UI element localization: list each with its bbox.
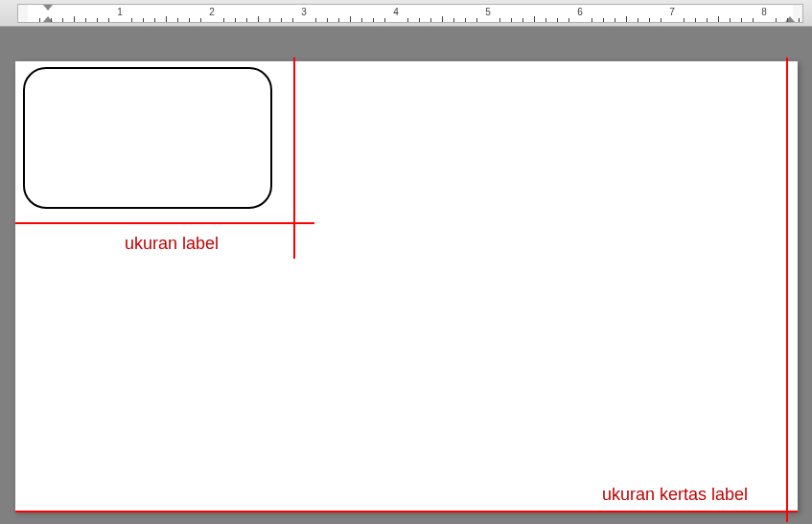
ruler-tick — [361, 18, 362, 22]
ruler-tick — [373, 18, 374, 22]
ruler-tick — [85, 18, 86, 22]
ruler-tick — [235, 18, 236, 22]
ruler-tick — [166, 16, 167, 22]
annotation-line-horizontal-paper — [15, 511, 798, 513]
ruler-tick — [269, 18, 270, 22]
ruler-number: 2 — [209, 7, 215, 17]
ruler-tick — [707, 18, 708, 22]
ruler-tick — [177, 18, 178, 22]
ruler-tick — [430, 18, 431, 22]
annotation-line-vertical-label — [293, 57, 295, 259]
ruler-tick — [108, 18, 109, 22]
ruler-tick — [661, 18, 661, 22]
ruler-tick — [718, 16, 719, 22]
ruler-number: 8 — [761, 7, 767, 17]
ruler-tick — [684, 18, 684, 22]
ruler-tick — [568, 18, 569, 22]
ruler-tick — [442, 16, 443, 22]
ruler-tick — [292, 18, 293, 22]
ruler-tick — [626, 16, 627, 22]
ruler-number: 7 — [669, 7, 675, 17]
annotation-line-horizontal-label — [15, 222, 314, 224]
annotation-line-vertical-paper — [786, 57, 788, 522]
ruler-tick — [384, 18, 385, 22]
ruler-tick — [753, 18, 754, 22]
ruler-tick — [223, 18, 224, 22]
ruler-tick — [638, 18, 638, 22]
ruler-tick — [419, 18, 420, 22]
ruler-tick — [51, 18, 52, 22]
ruler-tick — [407, 18, 408, 22]
label-rounded-rectangle[interactable] — [23, 67, 272, 209]
ruler-tick — [603, 18, 604, 22]
ruler-tick — [62, 18, 63, 22]
ruler-tick — [730, 18, 731, 22]
ruler-number: 6 — [577, 7, 583, 17]
ruler-number: 3 — [301, 7, 307, 17]
ruler-tick — [338, 18, 339, 22]
ruler-tick — [453, 18, 454, 22]
ruler-tick — [200, 18, 201, 22]
ruler-tick — [465, 18, 466, 22]
ruler-tick — [776, 18, 777, 22]
ruler-tick — [557, 18, 558, 22]
ruler-tick — [741, 18, 742, 22]
ruler-tick — [511, 18, 512, 22]
annotation-label-size: ukuran label — [125, 234, 219, 254]
ruler-tick — [545, 18, 546, 22]
ruler-number: 4 — [393, 7, 399, 17]
ruler-tick — [74, 16, 75, 22]
annotation-paper-size: ukuran kertas label — [602, 485, 748, 505]
ruler-tick — [189, 18, 190, 22]
ruler-tick — [327, 18, 328, 22]
horizontal-ruler[interactable]: 12345678 — [0, 0, 812, 27]
ruler-tick — [281, 18, 282, 22]
first-line-indent-marker[interactable] — [43, 5, 53, 11]
ruler-tick — [476, 18, 477, 22]
ruler-tick — [799, 18, 800, 22]
ruler-tick — [522, 18, 523, 22]
ruler-tick — [615, 18, 615, 22]
ruler-tick — [97, 18, 98, 22]
ruler-number: 1 — [117, 7, 123, 17]
ruler-tick — [131, 18, 132, 22]
ruler-track: 12345678 — [17, 4, 803, 23]
ruler-tick — [143, 18, 144, 22]
ruler-tick — [154, 18, 155, 22]
ruler-tick — [499, 18, 500, 22]
ruler-tick — [787, 18, 788, 22]
document-page[interactable] — [15, 61, 798, 512]
ruler-tick — [695, 18, 696, 22]
ruler-number: 5 — [485, 7, 491, 17]
ruler-tick — [246, 18, 247, 22]
ruler-tick — [592, 18, 592, 22]
ruler-tick — [258, 16, 259, 22]
ruler-tick — [315, 18, 316, 22]
ruler-tick — [649, 18, 650, 22]
ruler-tick — [350, 16, 351, 22]
ruler-tick — [39, 18, 40, 22]
ruler-tick — [534, 16, 535, 22]
